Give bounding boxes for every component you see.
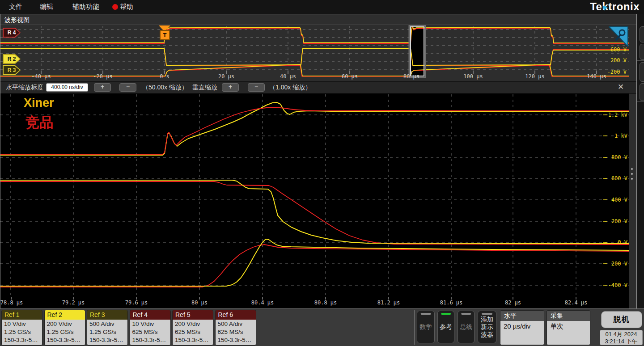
svg-text:80 µs: 80 µs [403, 73, 419, 80]
reference-button[interactable]: 参考 [437, 311, 454, 343]
svg-text:81.2 µs: 81.2 µs [377, 300, 400, 306]
button-state-indicator [421, 313, 431, 315]
svg-text:600 V: 600 V [611, 175, 627, 181]
channel-badge-r2[interactable]: R 2 [3, 54, 21, 64]
button-label: 数学 [419, 323, 432, 331]
ref-badge-2[interactable]: Ref 2200 V/div1.25 GS/s150-3.3r-5… [44, 310, 85, 346]
svg-text:0 s: 0 s [160, 73, 169, 80]
acquisition-panel[interactable]: 采集 单次 [547, 310, 590, 345]
svg-text:78.8 µs: 78.8 µs [0, 300, 23, 306]
h-zoom-plus-button[interactable]: + [94, 83, 111, 92]
svg-text:140 µs: 140 µs [587, 73, 606, 80]
svg-text:-40 µs: -40 µs [31, 73, 51, 80]
ref-badge-details: 500 A/div1.25 GS/s150-3.3r-5… [87, 320, 127, 346]
trace-comp-bus-red [0, 107, 629, 154]
divider [414, 310, 415, 345]
ref-badge-details: 10 V/div625 MS/s150-3.3r-5… [130, 320, 170, 346]
svg-text:800 V: 800 V [611, 154, 627, 160]
svg-text:-20 µs: -20 µs [93, 73, 112, 80]
close-zoom-icon[interactable]: ✕ [616, 83, 626, 92]
horizontal-panel[interactable]: 水平 20 µs/div [500, 310, 544, 345]
svg-text:81.6 µs: 81.6 µs [440, 300, 463, 306]
button-state-indicator [441, 313, 451, 315]
annotation-competitor: 竞品 [25, 113, 53, 132]
svg-text:79.2 µs: 79.2 µs [62, 300, 85, 306]
zoom-control-bar: 水平缩放标度 400.00 ns/div + − （50.00x 缩放） 垂直缩… [0, 81, 636, 94]
ref-badge-title: Ref 6 [216, 310, 256, 320]
offline-button[interactable]: 脱机 [601, 311, 642, 328]
ref-badge-3[interactable]: Ref 3500 A/div1.25 GS/s150-3.3r-5… [87, 310, 128, 346]
svg-text:20 µs: 20 µs [218, 73, 234, 80]
menu-edit[interactable]: 编辑 [40, 3, 53, 11]
v-zoom-factor-label: （1.00x 缩放） [269, 84, 311, 92]
annotation-xiner: Xiner [24, 96, 54, 110]
button-state-indicator [461, 313, 471, 315]
trace-comp-cur-red [0, 245, 629, 287]
menu-utility[interactable]: 辅助功能 [72, 3, 99, 11]
tektronix-logo: Tektronix [590, 0, 640, 13]
trigger-marker-label[interactable]: T [160, 30, 170, 40]
channel-badge-r4[interactable]: R 4 [3, 28, 21, 38]
v-zoom-plus-button[interactable]: + [222, 83, 239, 92]
menu-help[interactable]: 帮助 [120, 3, 133, 11]
ref-badge-details: 500 A/div625 MS/s150-3.3r-5… [216, 320, 256, 346]
svg-text:-200 V: -200 V [608, 261, 627, 267]
svg-text:0 V: 0 V [618, 239, 627, 245]
v-zoom-minus-button[interactable]: − [248, 83, 265, 92]
acquisition-panel-title: 采集 [547, 311, 590, 321]
main-waveform[interactable]: 78.8 µs79.2 µs79.6 µs80 µs80.4 µs80.8 µs… [0, 93, 629, 308]
svg-text:200 V: 200 V [611, 218, 627, 224]
menu-file[interactable]: 文件 [9, 3, 22, 11]
trace-xiner-sw-yellow [0, 180, 629, 244]
trace-xiner-cur-yellow [0, 239, 629, 286]
side-panel-button[interactable] [640, 44, 644, 60]
svg-text:1 kV: 1 kV [614, 133, 627, 139]
button-label: 参考 [440, 323, 452, 331]
ref-badge-4[interactable]: Ref 410 V/div625 MS/s150-3.3r-5… [130, 310, 171, 346]
drag-handle-icon[interactable] [631, 168, 634, 180]
main-waveform-area[interactable]: 78.8 µs79.2 µs79.6 µs80 µs80.4 µs80.8 µs… [0, 93, 629, 308]
menu-bar: 文件 编辑 辅助功能 帮助 Tektronix [0, 0, 644, 14]
side-panel-button[interactable] [640, 26, 644, 42]
h-zoom-factor-label: （50.00x 缩放） [142, 84, 188, 92]
ref-badge-title: Ref 4 [130, 310, 170, 320]
button-label: 添加 新示 波器 [481, 316, 493, 338]
svg-text:79.6 µs: 79.6 µs [125, 300, 148, 306]
overview-waveform[interactable]: -40 µs-20 µs0 s20 µs40 µs60 µs80 µs100 µ… [0, 25, 629, 81]
math-button[interactable]: 数学 [417, 311, 435, 343]
svg-text:80 µs: 80 µs [191, 300, 208, 306]
v-zoom-label: 垂直缩放 [192, 84, 217, 92]
h-zoom-scale-input[interactable]: 400.00 ns/div [46, 83, 88, 92]
ref-badge-5[interactable]: Ref 5200 V/div625 MS/s150-3.3r-5… [172, 310, 213, 346]
trace-ref5-sw-red [0, 49, 629, 66]
h-zoom-minus-button[interactable]: − [119, 83, 136, 92]
svg-text:60 µs: 60 µs [342, 73, 358, 80]
svg-text:120 µs: 120 µs [525, 73, 544, 80]
ref-badge-1[interactable]: Ref 110 V/div1.25 GS/s150-3.3r-5… [1, 310, 42, 346]
horizontal-panel-title: 水平 [500, 311, 544, 321]
bus-button[interactable]: 总线 [458, 311, 475, 343]
datetime-display: 01 4月 2024 3:21:14 下午 [600, 330, 643, 345]
ref-badge-title: Ref 5 [173, 310, 213, 320]
h-zoom-scale-label: 水平缩放标度 [6, 84, 43, 92]
side-panel-button[interactable] [640, 62, 644, 82]
svg-text:600 V: 600 V [610, 46, 627, 53]
add-new-scope-button[interactable]: 添加 新示 波器 [478, 311, 496, 343]
ref-badge-title: Ref 3 [87, 310, 127, 320]
side-panel-button[interactable] [640, 83, 644, 101]
svg-text:100 µs: 100 µs [463, 73, 483, 80]
svg-text:82.4 µs: 82.4 µs [565, 300, 588, 306]
channel-badge-r3[interactable]: R 3 [3, 65, 21, 75]
bottom-settings-bar: Ref 110 V/div1.25 GS/s150-3.3r-5…Ref 220… [0, 308, 644, 346]
svg-text:200 V: 200 V [610, 57, 627, 63]
svg-text:-200 V: -200 V [607, 69, 627, 75]
logo-k-accent: k [602, 0, 608, 13]
time-text: 3:21:14 下午 [600, 338, 642, 345]
svg-text:82 µs: 82 µs [505, 300, 521, 306]
help-record-icon [112, 4, 118, 10]
ref-badge-6[interactable]: Ref 6500 A/div625 MS/s150-3.3r-5… [215, 310, 256, 346]
waveform-display-area: 波形视图 -40 µs-20 µs0 s20 µs40 µs60 µs80 µs… [0, 14, 637, 309]
svg-text:80.4 µs: 80.4 µs [251, 300, 274, 306]
zoom-overview-icon[interactable] [609, 26, 628, 47]
acquisition-mode-value: 单次 [547, 321, 590, 345]
